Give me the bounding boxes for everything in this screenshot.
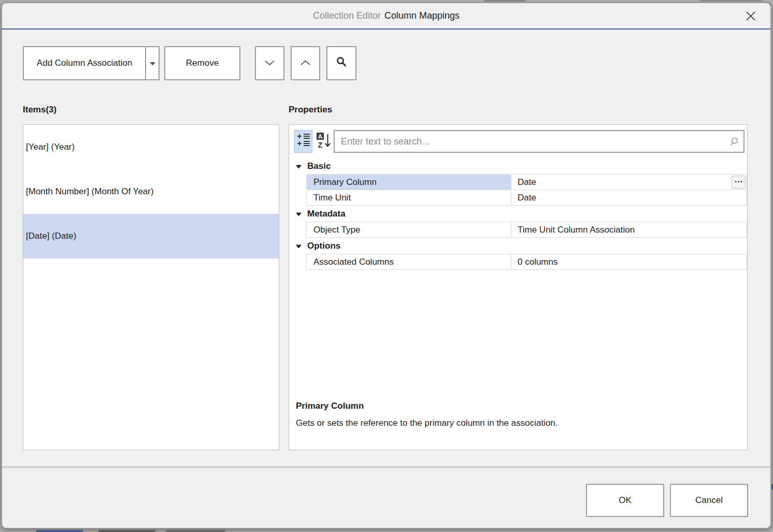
categorized-view-icon bbox=[297, 133, 310, 150]
collection-editor-dialog: Collection EditorColumn Mappings Add Col… bbox=[1, 2, 771, 529]
cancel-button[interactable]: Cancel bbox=[670, 484, 748, 517]
add-column-association-button[interactable]: Add Column Association bbox=[23, 46, 146, 80]
triangle-down-icon bbox=[296, 241, 302, 251]
items-list: [Year] (Year) [Month Number] (Month Of Y… bbox=[23, 124, 279, 450]
property-value: Date bbox=[518, 193, 536, 203]
sort-az-icon: A Z bbox=[317, 132, 331, 151]
list-item-month-number[interactable]: [Month Number] (Month Of Year) bbox=[23, 169, 279, 214]
property-description: Primary Column Gets or sets the referenc… bbox=[296, 401, 739, 428]
property-name-cell[interactable]: Time Unit bbox=[307, 190, 511, 205]
properties-panel-header: Properties bbox=[289, 105, 332, 115]
property-grid: Basic Primary Column Date … Time Unit Da… bbox=[289, 158, 747, 270]
find-item-button[interactable] bbox=[326, 46, 356, 80]
move-down-button[interactable] bbox=[255, 46, 284, 80]
move-up-button[interactable] bbox=[291, 46, 320, 80]
category-options[interactable]: Options bbox=[289, 238, 747, 254]
dialog-title-prefix: Collection Editor bbox=[313, 10, 381, 21]
dialog-title-main: Column Mappings bbox=[384, 10, 460, 21]
property-value-cell[interactable]: Date … bbox=[511, 175, 747, 190]
property-value-cell[interactable]: Date bbox=[511, 190, 747, 205]
footer-separator bbox=[2, 466, 770, 468]
category-label: Metadata bbox=[307, 209, 346, 219]
svg-text:A: A bbox=[318, 133, 322, 140]
property-value: Date bbox=[518, 177, 536, 188]
close-icon bbox=[745, 10, 756, 24]
property-row-primary-column: Primary Column Date … bbox=[306, 174, 747, 190]
add-column-association-dropdown[interactable] bbox=[145, 46, 160, 80]
property-value: Time Unit Column Association bbox=[518, 225, 635, 235]
property-name-cell[interactable]: Associated Columns bbox=[307, 254, 511, 269]
categorized-view-toggle[interactable] bbox=[294, 130, 312, 153]
property-value-cell[interactable]: 0 columns bbox=[511, 254, 747, 269]
chevron-down-icon bbox=[265, 58, 275, 68]
search-icon bbox=[731, 137, 740, 149]
list-item-date[interactable]: [Date] (Date) bbox=[23, 214, 279, 258]
chevron-up-icon bbox=[300, 58, 310, 68]
svg-text:Z: Z bbox=[318, 141, 322, 149]
property-row-time-unit: Time Unit Date bbox=[306, 190, 747, 206]
dialog-titlebar: Collection EditorColumn Mappings bbox=[2, 3, 770, 30]
category-label: Basic bbox=[307, 161, 331, 171]
screen: Collection EditorColumn Mappings Add Col… bbox=[0, 0, 773, 532]
property-row-object-type: Object Type Time Unit Column Association bbox=[306, 222, 747, 238]
dialog-title: Collection EditorColumn Mappings bbox=[313, 10, 460, 21]
property-search-input[interactable] bbox=[334, 130, 745, 153]
property-row-associated-columns: Associated Columns 0 columns bbox=[306, 254, 747, 270]
property-description-text: Gets or sets the reference to the primar… bbox=[296, 418, 739, 428]
category-label: Options bbox=[307, 241, 340, 251]
open-editor-button[interactable]: … bbox=[732, 176, 746, 189]
triangle-down-icon bbox=[296, 161, 302, 171]
triangle-down-icon bbox=[296, 209, 302, 219]
remove-button[interactable]: Remove bbox=[164, 46, 240, 80]
category-metadata[interactable]: Metadata bbox=[289, 206, 747, 222]
close-button[interactable] bbox=[742, 9, 759, 25]
properties-panel: A Z Basic Prim bbox=[289, 124, 748, 450]
items-panel-header: Items(3) bbox=[23, 105, 56, 115]
background-app-bottom-sliver bbox=[0, 529, 773, 532]
caret-down-icon bbox=[150, 58, 155, 68]
property-value-cell[interactable]: Time Unit Column Association bbox=[511, 222, 747, 237]
list-item-year[interactable]: [Year] (Year) bbox=[23, 125, 279, 169]
sort-az-toggle[interactable]: A Z bbox=[314, 130, 333, 153]
property-description-title: Primary Column bbox=[296, 401, 739, 411]
property-name-cell[interactable]: Primary Column bbox=[307, 175, 511, 190]
magnifier-icon bbox=[335, 56, 348, 71]
category-basic[interactable]: Basic bbox=[289, 158, 747, 174]
property-value: 0 columns bbox=[518, 257, 557, 267]
property-name-cell[interactable]: Object Type bbox=[307, 222, 511, 237]
ok-button[interactable]: OK bbox=[586, 484, 664, 517]
